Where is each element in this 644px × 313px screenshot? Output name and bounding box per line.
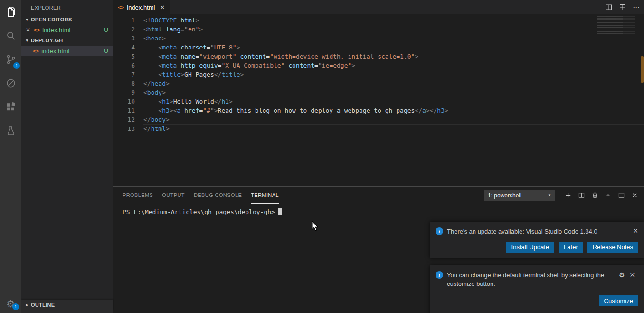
code-line[interactable]: 1<!DOCTYPE html> (113, 16, 644, 25)
code-line[interactable]: 4 <meta charset="UTF-8"> (113, 43, 644, 52)
files-icon (5, 6, 17, 18)
code-line[interactable]: 7 <title>GH-Pages</title> (113, 70, 644, 79)
line-number: 5 (113, 52, 143, 61)
line-number: 1 (113, 16, 143, 25)
html-file-icon: <> (33, 48, 39, 54)
code-text: </body> (143, 115, 644, 124)
later-button[interactable]: Later (559, 242, 583, 253)
tab-output[interactable]: OUTPUT (162, 187, 185, 204)
line-number: 11 (113, 106, 143, 115)
manage-badge: 1 (12, 303, 19, 310)
code-text: <html lang="en"> (143, 25, 644, 34)
chevron-right-icon: ▸ (23, 303, 31, 307)
code-line[interactable]: 5 <meta name="viewport" content="width=d… (113, 52, 644, 61)
tab-index-html[interactable]: <> index.html ✕ (113, 0, 170, 14)
editor-actions: ⋯ (605, 0, 640, 14)
code-line[interactable]: 8</head> (113, 79, 644, 88)
explorer-sidebar: EXPLORER ▾ OPEN EDITORS ✕ <> index.html … (21, 0, 113, 313)
section-folder-deploy-gh[interactable]: ▾ DEPLOY-GH (21, 35, 113, 46)
editor-tabbar: <> index.html ✕ ⋯ (113, 0, 644, 14)
file-item-index-html[interactable]: <> index.html U (21, 46, 113, 56)
activity-bar-search[interactable] (0, 24, 21, 48)
release-notes-button[interactable]: Release Notes (587, 242, 638, 253)
open-editor-file-label: index.html (42, 27, 104, 34)
close-icon[interactable]: ✕ (630, 272, 635, 278)
activity-bar-source-control[interactable]: 1 (0, 48, 21, 71)
line-number: 8 (113, 79, 143, 88)
activity-bar-extensions[interactable] (0, 95, 21, 119)
code-line[interactable]: 2<html lang="en"> (113, 25, 644, 34)
section-open-editors[interactable]: ▾ OPEN EDITORS (21, 14, 113, 25)
panel-position-icon[interactable] (618, 192, 625, 199)
close-icon[interactable]: ✕ (633, 227, 638, 234)
tab-debug-console[interactable]: DEBUG CONSOLE (194, 187, 242, 204)
customize-button[interactable]: Customize (599, 295, 638, 306)
toggle-editor-layout-icon[interactable] (619, 3, 626, 11)
split-editor-icon[interactable] (605, 3, 613, 11)
code-line[interactable]: 12</body> (113, 115, 644, 124)
code-lines: 1<!DOCTYPE html>2<html lang="en">3<head>… (113, 14, 644, 186)
line-number: 12 (113, 115, 143, 124)
code-line[interactable]: 3<head> (113, 34, 644, 43)
chevron-down-icon: ▾ (23, 17, 31, 22)
close-panel-icon[interactable] (631, 192, 638, 199)
split-terminal-icon[interactable] (578, 192, 585, 199)
code-text: <body> (143, 88, 644, 97)
section-outline[interactable]: ▸ OUTLINE (21, 300, 113, 310)
code-text: <meta charset="UTF-8"> (143, 43, 644, 52)
notification-message: There's an update available: Visual Stud… (447, 227, 633, 236)
line-number: 9 (113, 88, 143, 97)
html-file-icon: <> (118, 4, 124, 10)
activity-bar-explorer[interactable] (0, 0, 21, 24)
code-line[interactable]: 10 <h1>Hello World</h1> (113, 97, 644, 106)
close-icon[interactable]: ✕ (160, 4, 165, 11)
kill-terminal-trash-icon[interactable] (591, 192, 598, 199)
install-update-button[interactable]: Install Update (506, 242, 555, 253)
git-status-badge: U (104, 27, 108, 33)
beaker-icon (5, 125, 17, 137)
close-icon[interactable]: ✕ (24, 27, 32, 33)
code-text: <!DOCTYPE html> (143, 16, 644, 25)
terminal-select-value: 1: powershell (488, 192, 548, 199)
notification-update: i There's an update available: Visual St… (430, 222, 644, 258)
line-number: 10 (113, 97, 143, 106)
code-line[interactable]: 11 <h3><a href="#">Read this blog on how… (113, 106, 644, 115)
new-terminal-icon[interactable] (565, 192, 572, 199)
chevron-down-icon: ▾ (23, 38, 31, 43)
code-text: <h3><a href="#">Read this blog on how to… (143, 106, 644, 115)
terminal-cursor (278, 208, 282, 215)
maximize-panel-icon[interactable] (605, 192, 612, 199)
section-open-editors-label: OPEN EDITORS (31, 17, 72, 22)
activity-bar-manage[interactable]: ⚙ 1 (0, 292, 21, 313)
code-line[interactable]: 6 <meta http-equiv="X-UA-Compatible" con… (113, 61, 644, 70)
gear-icon[interactable]: ⚙ (619, 271, 625, 279)
line-number: 7 (113, 70, 143, 79)
terminal-prompt: PS F:\Medium-Articles\gh pages\deploy-gh… (123, 208, 275, 215)
panel-actions: 1: powershell ▼ (484, 190, 638, 201)
section-folder-label: DEPLOY-GH (31, 38, 63, 43)
activity-bar-test[interactable] (0, 119, 21, 143)
more-actions-icon[interactable]: ⋯ (633, 3, 640, 11)
terminal-output[interactable]: PS F:\Medium-Articles\gh pages\deploy-gh… (113, 204, 644, 215)
open-editor-item-index-html[interactable]: ✕ <> index.html U (21, 25, 113, 35)
notification-terminal-shell: i You can change the default terminal sh… (430, 265, 644, 313)
activity-bar-debug[interactable] (0, 71, 21, 95)
sidebar-section-partial (21, 310, 113, 313)
source-control-badge: 1 (13, 62, 20, 69)
tab-problems[interactable]: PROBLEMS (123, 187, 153, 204)
code-text: <meta http-equiv="X-UA-Compatible" conte… (143, 61, 644, 70)
tab-label: index.html (127, 4, 155, 11)
search-icon (5, 30, 17, 41)
code-line[interactable]: 9<body> (113, 88, 644, 97)
editor-area: <> index.html ✕ ⋯ 1<!DOCTYPE html>2<html… (113, 0, 644, 186)
code-line[interactable]: 13</html> (113, 124, 644, 133)
terminal-select[interactable]: 1: powershell ▼ (484, 190, 555, 201)
code-text: <title>GH-Pages</title> (143, 70, 644, 79)
line-number: 2 (113, 25, 143, 34)
debug-icon (5, 78, 17, 89)
notification-message: You can change the default terminal shel… (447, 271, 619, 288)
file-item-label: index.html (41, 48, 104, 55)
overview-ruler-marker (641, 56, 644, 83)
tab-terminal[interactable]: TERMINAL (251, 187, 279, 204)
line-number: 3 (113, 34, 143, 43)
